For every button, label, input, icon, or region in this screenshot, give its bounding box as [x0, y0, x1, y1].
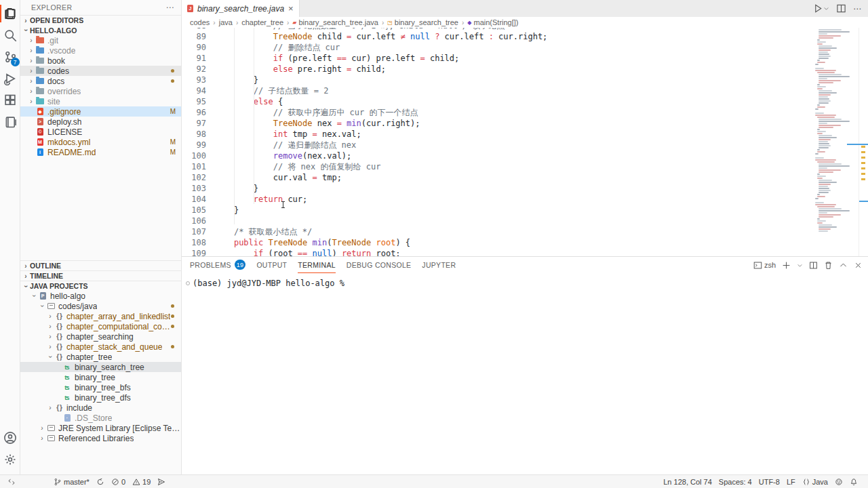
close-icon[interactable]: ×: [288, 3, 294, 14]
maximize-panel-button[interactable]: [839, 261, 848, 270]
code-line[interactable]: 107 /* 获取最小结点 */: [182, 226, 813, 237]
statusbar-encoding[interactable]: UTF-8: [755, 475, 783, 488]
breadcrumb-item[interactable]: ◆main(String[]): [467, 18, 518, 26]
java-tree-item[interactable]: ›Phello-algo: [20, 291, 181, 301]
java-tree-item[interactable]: ›codes/java: [20, 301, 181, 311]
java-tree-item[interactable]: ›{ }chapter_stack_and_queue: [20, 342, 181, 352]
code-line[interactable]: 97 TreeNode nex = min(cur.right);: [182, 118, 813, 129]
more-actions-icon[interactable]: ⋯: [166, 3, 174, 12]
explorer-item[interactable]: ›docs: [20, 76, 181, 86]
breadcrumb-item[interactable]: codes: [190, 18, 210, 26]
breadcrumb-item[interactable]: ▰binary_search_tree.java: [292, 18, 378, 26]
minimap[interactable]: [813, 28, 859, 256]
java-tree-item[interactable]: ›{ }chapter_tree: [20, 352, 181, 362]
java-tree-item[interactable]: ›ʦbinary_tree_dfs: [20, 392, 181, 403]
code-line[interactable]: 105 }: [182, 205, 813, 216]
statusbar-errors[interactable]: 0: [108, 475, 129, 488]
statusbar-cursor-position[interactable]: Ln 128, Col 74: [660, 475, 715, 488]
split-terminal-button[interactable]: [809, 261, 818, 270]
split-editor-button[interactable]: [836, 3, 846, 14]
code-line[interactable]: 100 remove(nex.val);: [182, 150, 813, 161]
code-line[interactable]: 106: [182, 216, 813, 226]
explorer-item[interactable]: ›site: [20, 96, 181, 106]
code-line[interactable]: 96 // 获取中序遍历中 cur 的下一个结点: [182, 107, 813, 118]
statusbar-warnings[interactable]: 19: [129, 475, 154, 488]
activitybar-search[interactable]: [0, 24, 20, 46]
java-tree-item[interactable]: ›ʦbinary_tree_bfs: [20, 382, 181, 392]
panel-tab-problems[interactable]: PROBLEMS19: [190, 257, 245, 273]
overview-ruler[interactable]: [859, 28, 868, 256]
code-editor[interactable]: 88 // 当子结点数量 = 0 / 1 时, child = null / 该…: [182, 28, 813, 256]
more-actions-icon[interactable]: ⋯: [853, 4, 861, 14]
new-terminal-button[interactable]: [782, 261, 791, 270]
explorer-item[interactable]: ›iREADME.mdM: [20, 147, 181, 157]
statusbar-indentation[interactable]: Spaces: 4: [715, 475, 755, 488]
activitybar-settings[interactable]: [0, 449, 20, 470]
activitybar-extensions[interactable]: [0, 89, 20, 111]
shell-selector[interactable]: zsh: [753, 261, 776, 270]
code-line[interactable]: 95 else {: [182, 96, 813, 107]
java-tree-item[interactable]: ›{ }chapter_searching: [20, 331, 181, 342]
code-line[interactable]: 109 if (root == null) return root;: [182, 248, 813, 256]
java-tree-item[interactable]: ›Referenced Libraries: [20, 433, 181, 443]
explorer-item[interactable]: ›.vscode: [20, 45, 181, 56]
explorer-item[interactable]: ›>deploy.sh: [20, 117, 181, 127]
statusbar-language-mode[interactable]: Java: [799, 475, 831, 488]
code-line[interactable]: 89 TreeNode child = cur.left ≠ null ? cu…: [182, 31, 813, 42]
code-line[interactable]: 108 public TreeNode min(TreeNode root) {: [182, 237, 813, 248]
code-line[interactable]: 104 return cur;: [182, 194, 813, 205]
panel-tab-output[interactable]: OUTPUT: [256, 257, 287, 273]
section-open-editors[interactable]: › OPEN EDITORS: [20, 15, 181, 25]
code-line[interactable]: 103 }: [182, 183, 813, 194]
terminal[interactable]: (base) jyd@JYD-MBP hello-algo %: [182, 273, 868, 474]
explorer-item[interactable]: ›codes: [20, 66, 181, 76]
section-outline[interactable]: › OUTLINE: [20, 260, 181, 270]
kill-terminal-button[interactable]: [824, 261, 833, 270]
code-line[interactable]: 102 cur.val = tmp;: [182, 172, 813, 183]
tab-binary-search-tree[interactable]: J binary_search_tree.java ×: [182, 0, 300, 17]
explorer-item[interactable]: ›◆.gitignoreM: [20, 106, 181, 117]
run-button[interactable]: [813, 3, 829, 14]
java-tree-item[interactable]: ›ʦbinary_tree: [20, 372, 181, 382]
code-line[interactable]: 99 // 递归删除结点 nex: [182, 140, 813, 150]
statusbar-git-branch[interactable]: master*: [50, 475, 93, 488]
breadcrumb-item[interactable]: ◳binary_search_tree: [387, 18, 458, 26]
activitybar-explorer[interactable]: [0, 3, 20, 24]
activitybar-source-control[interactable]: 7: [0, 46, 20, 68]
code-line[interactable]: 98 int tmp = nex.val;: [182, 129, 813, 140]
activitybar-notebook[interactable]: [0, 111, 20, 133]
java-tree-item[interactable]: ›JRE System Library [Eclipse Temurin 17 …: [20, 423, 181, 433]
explorer-item[interactable]: ›©LICENSE: [20, 127, 181, 137]
explorer-item[interactable]: ›book: [20, 56, 181, 66]
panel-tab-terminal[interactable]: TERMINAL: [298, 257, 336, 273]
statusbar-broadcast[interactable]: [154, 475, 169, 488]
statusbar-eol[interactable]: LF: [783, 475, 799, 488]
explorer-item[interactable]: ›.git: [20, 35, 181, 45]
breadcrumb-item[interactable]: chapter_tree: [241, 18, 283, 26]
section-java-projects[interactable]: › JAVA PROJECTS: [20, 281, 181, 291]
code-line[interactable]: 90 // 删除结点 cur: [182, 42, 813, 53]
statusbar-notifications[interactable]: [846, 475, 861, 488]
java-tree-item[interactable]: ›{ }include: [20, 403, 181, 413]
explorer-item[interactable]: ›Mmkdocs.ymlM: [20, 137, 181, 147]
code-line[interactable]: 93 }: [182, 75, 813, 85]
code-line[interactable]: 94 // 子结点数量 = 2: [182, 85, 813, 96]
activitybar-run-debug[interactable]: [0, 68, 20, 89]
statusbar-sync-changes[interactable]: [93, 475, 108, 488]
explorer-item[interactable]: ›overrides: [20, 86, 181, 96]
java-tree-item[interactable]: ›{ }chapter_array_and_linkedlist: [20, 311, 181, 321]
panel-tab-jupyter[interactable]: JUPYTER: [422, 257, 456, 273]
section-root-folder[interactable]: › HELLO-ALGO: [20, 25, 181, 35]
statusbar-remote-indicator[interactable]: [4, 475, 19, 488]
code-line[interactable]: 92 else pre.right = child;: [182, 64, 813, 75]
section-timeline[interactable]: › TIMELINE: [20, 270, 181, 281]
activitybar-account[interactable]: [0, 427, 20, 449]
code-line[interactable]: 91 if (pre.left == cur) pre.left = child…: [182, 53, 813, 64]
java-tree-item[interactable]: ›ʦbinary_search_tree: [20, 362, 181, 372]
statusbar-feedback[interactable]: [831, 475, 846, 488]
panel-tab-debug-console[interactable]: DEBUG CONSOLE: [347, 257, 412, 273]
java-tree-item[interactable]: ›·.DS_Store: [20, 413, 181, 423]
terminal-dropdown-icon[interactable]: [797, 262, 803, 268]
java-tree-item[interactable]: ›{ }chapter_computational_complexity: [20, 321, 181, 331]
code-line[interactable]: 101 // 将 nex 的值复制给 cur: [182, 161, 813, 172]
